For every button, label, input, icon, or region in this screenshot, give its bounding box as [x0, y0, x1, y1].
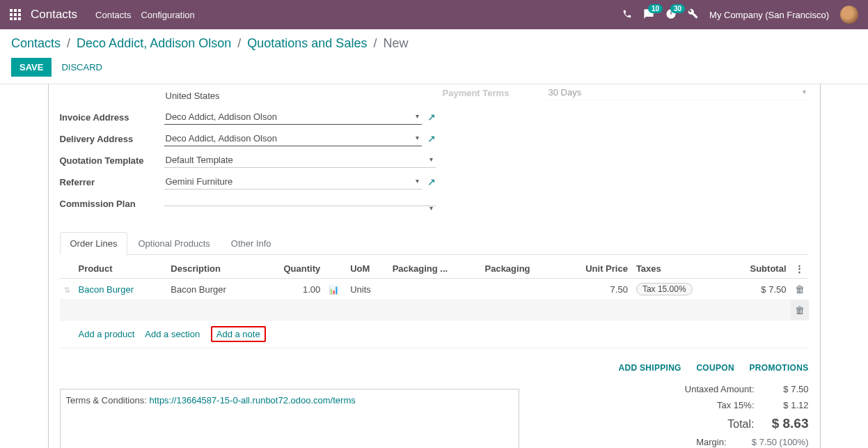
chevron-down-icon: ▾ [803, 88, 806, 95]
terms-link[interactable]: https://13664587-15-0-all.runbot72.odoo.… [149, 395, 355, 405]
cell-packaging-qty[interactable] [388, 279, 481, 300]
chevron-down-icon: ▾ [416, 134, 419, 141]
bottom-section: Terms & Conditions: https://13664587-15-… [60, 362, 809, 448]
col-packaging-qty[interactable]: Packaging ... [388, 259, 481, 279]
chevron-down-icon: ▾ [429, 204, 433, 212]
commission-plan-label: Commission Plan [60, 199, 164, 209]
invoice-address-label: Invoice Address [60, 112, 164, 123]
external-link-icon[interactable]: ↗ [427, 176, 436, 187]
chevron-down-icon: ▾ [416, 112, 419, 120]
breadcrumb: Contacts / Deco Addict, Addison Olson / … [11, 36, 857, 51]
messages-badge: 10 [648, 4, 663, 13]
total-line: Total: $ 8.63 [558, 413, 809, 434]
payment-terms-input[interactable]: 30 Days▾ [547, 85, 809, 100]
untaxed-line: Untaxed Amount: $ 7.50 [558, 381, 809, 397]
form-left-column: United States Invoice Address Deco Addic… [60, 84, 436, 214]
col-product[interactable]: Product [74, 259, 167, 279]
add-note-link[interactable]: Add a note [216, 329, 260, 339]
referrer-label: Referrer [60, 177, 164, 187]
external-link-icon[interactable]: ↗ [427, 133, 436, 144]
country-row: United States [60, 85, 436, 106]
invoice-address-row: Invoice Address Deco Addict, Addison Ols… [60, 107, 436, 128]
view-header: Contacts / Deco Addict, Addison Olson / … [0, 29, 868, 77]
payment-terms-label: Payment Terms [443, 88, 547, 98]
commission-plan-input[interactable]: ▾ [164, 201, 436, 206]
col-uom[interactable]: UoM [346, 259, 388, 279]
tools-icon[interactable] [688, 8, 698, 21]
commission-plan-row: Commission Plan ▾ [60, 193, 436, 214]
notebook-tabs: Order Lines Optional Products Other Info [60, 232, 809, 255]
save-button[interactable]: SAVE [11, 58, 52, 77]
cell-subtotal: $ 7.50 [726, 279, 791, 300]
form-top: United States Invoice Address Deco Addic… [60, 84, 809, 214]
main-navbar: Contacts Contacts Configuration 10 30 My… [0, 0, 868, 29]
invoice-address-input[interactable]: Deco Addict, Addison Olson▾ [164, 109, 422, 125]
country-value: United States [164, 88, 221, 103]
col-packaging[interactable]: Packaging [481, 259, 559, 279]
form-sheet: United States Invoice Address Deco Addic… [48, 84, 821, 448]
cell-uom[interactable]: Units [346, 279, 388, 300]
breadcrumb-contacts[interactable]: Contacts [11, 36, 61, 50]
col-taxes[interactable]: Taxes [632, 259, 726, 279]
add-shipping-link[interactable]: ADD SHIPPING [618, 363, 681, 373]
col-subtotal[interactable]: Subtotal [726, 259, 791, 279]
totals-column: ADD SHIPPING COUPON PROMOTIONS Untaxed A… [558, 362, 809, 448]
apps-icon[interactable] [10, 9, 21, 20]
col-quantity[interactable]: Quantity [259, 259, 324, 279]
col-description[interactable]: Description [166, 259, 259, 279]
navbar-left: Contacts Contacts Configuration [10, 8, 195, 22]
nav-configuration[interactable]: Configuration [141, 10, 194, 20]
cell-quantity[interactable]: 1.00 [259, 279, 324, 300]
external-link-icon[interactable]: ↗ [427, 111, 436, 123]
activities-icon[interactable]: 30 [665, 8, 677, 22]
delivery-address-row: Delivery Address Deco Addict, Addison Ol… [60, 128, 436, 149]
breadcrumb-partner[interactable]: Deco Addict, Addison Olson [77, 36, 231, 50]
delivery-address-label: Delivery Address [60, 134, 164, 144]
terms-label: Terms & Conditions: [66, 395, 150, 405]
terms-input[interactable]: Terms & Conditions: https://13664587-15-… [60, 389, 519, 448]
delivery-address-input[interactable]: Deco Addict, Addison Olson▾ [164, 131, 422, 146]
activities-badge: 30 [670, 4, 685, 13]
add-product-link[interactable]: Add a product [79, 329, 135, 339]
breadcrumb-current: New [383, 36, 408, 50]
payment-terms-row: Payment Terms 30 Days▾ [443, 82, 809, 103]
col-unit-price[interactable]: Unit Price [558, 259, 632, 279]
company-selector[interactable]: My Company (San Francisco) [709, 10, 829, 20]
app-brand[interactable]: Contacts [31, 8, 77, 22]
tax-line: Tax 15%: $ 1.12 [558, 397, 809, 413]
drag-handle-icon[interactable]: ⇅ [64, 286, 70, 294]
promotions-link[interactable]: PROMOTIONS [749, 363, 808, 373]
cell-packaging[interactable] [481, 279, 559, 300]
forecast-icon[interactable]: 📊 [329, 285, 339, 295]
trash-icon[interactable]: 🗑 [795, 284, 805, 295]
action-row: Add a product Add a section Add a note [60, 320, 809, 348]
empty-row[interactable]: 🗑 [60, 300, 809, 320]
table-row[interactable]: ⇅ Bacon Burger Bacon Burger 1.00 📊 Units… [60, 279, 809, 300]
tab-order-lines[interactable]: Order Lines [60, 232, 128, 255]
tab-other-info[interactable]: Other Info [221, 232, 282, 254]
coupon-link[interactable]: COUPON [696, 363, 734, 373]
quotation-template-row: Quotation Template Default Template▾ [60, 150, 436, 171]
messages-icon[interactable]: 10 [643, 8, 654, 22]
trash-icon[interactable]: 🗑 [795, 304, 805, 316]
user-avatar[interactable] [840, 6, 858, 24]
nav-contacts[interactable]: Contacts [95, 10, 131, 20]
quotation-template-input[interactable]: Default Template▾ [164, 153, 436, 168]
chevron-down-icon: ▾ [429, 155, 433, 163]
col-menu[interactable]: ⋮ [791, 259, 809, 279]
breadcrumb-quotations[interactable]: Quotations and Sales [247, 36, 367, 50]
tab-optional-products[interactable]: Optional Products [127, 232, 220, 254]
promo-links: ADD SHIPPING COUPON PROMOTIONS [558, 362, 809, 373]
order-lines-table: Product Description Quantity UoM Packagi… [60, 259, 809, 348]
tax-chip[interactable]: Tax 15.00% [636, 283, 693, 295]
referrer-row: Referrer Gemini Furniture▾ ↗ [60, 171, 436, 192]
referrer-input[interactable]: Gemini Furniture▾ [164, 174, 422, 190]
phone-icon[interactable] [622, 9, 632, 21]
chevron-down-icon: ▾ [416, 177, 419, 185]
navbar-right: 10 30 My Company (San Francisco) [622, 6, 858, 24]
cell-product[interactable]: Bacon Burger [74, 279, 167, 300]
add-section-link[interactable]: Add a section [145, 329, 200, 339]
cell-description[interactable]: Bacon Burger [166, 279, 259, 300]
cell-unit-price[interactable]: 7.50 [558, 279, 632, 300]
discard-button[interactable]: DISCARD [61, 62, 102, 72]
